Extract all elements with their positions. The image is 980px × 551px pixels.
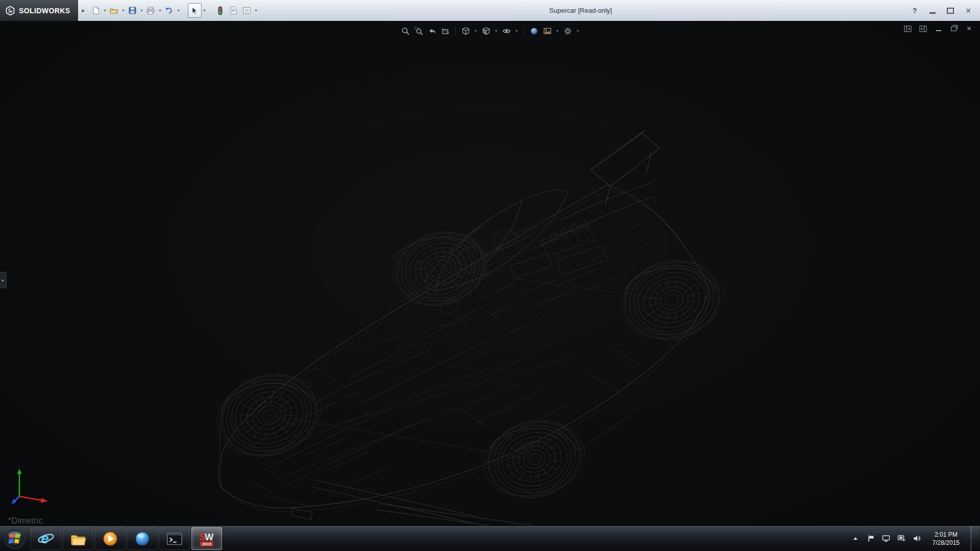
blue-circle-app-icon bbox=[134, 530, 151, 547]
save-icon bbox=[128, 6, 137, 15]
undo-icon bbox=[164, 6, 174, 15]
hud-separator bbox=[524, 27, 524, 35]
document-minimize-button[interactable] bbox=[935, 25, 942, 32]
previous-view-button[interactable] bbox=[427, 26, 437, 36]
rebuild-traffic-light-icon bbox=[216, 6, 224, 15]
document-title: Supercar [Read-only] bbox=[258, 7, 903, 14]
options-dropdown[interactable]: ▾ bbox=[254, 4, 258, 17]
feature-manager-collapsed-handle[interactable]: ▸ bbox=[0, 272, 7, 288]
open-folder-icon bbox=[109, 6, 118, 15]
display-settings-tray-button[interactable] bbox=[882, 534, 891, 543]
taskbar-pinned-items: e bbox=[31, 527, 222, 550]
display-style-button[interactable] bbox=[481, 26, 492, 36]
start-button[interactable] bbox=[0, 526, 30, 551]
open-button[interactable] bbox=[108, 4, 120, 17]
zoom-to-fit-button[interactable] bbox=[400, 26, 411, 36]
open-dropdown[interactable]: ▾ bbox=[121, 4, 126, 17]
folder-icon bbox=[69, 530, 87, 547]
graphics-viewport[interactable]: ▾ ▾ ▾ bbox=[0, 21, 980, 526]
collapse-right-pane-button[interactable] bbox=[919, 25, 927, 32]
file-properties-button[interactable] bbox=[227, 4, 240, 17]
hide-show-items-dropdown[interactable]: ▾ bbox=[514, 26, 519, 36]
clock-date: 7/28/2015 bbox=[933, 539, 960, 547]
system-tray: 2:01 PM 7/28/2015 bbox=[851, 526, 980, 551]
media-player-icon bbox=[102, 530, 119, 547]
apply-scene-icon bbox=[543, 27, 552, 36]
display-style-cube-icon bbox=[481, 27, 491, 36]
close-button[interactable]: ✕ bbox=[964, 6, 972, 15]
taskbar-solidworks-button[interactable]: S W 2015 bbox=[191, 527, 222, 550]
show-desktop-button[interactable] bbox=[971, 526, 979, 551]
document-restore-icon bbox=[951, 27, 957, 31]
help-button[interactable]: ? bbox=[911, 6, 919, 15]
print-dropdown[interactable]: ▾ bbox=[158, 4, 162, 17]
save-dropdown[interactable]: ▾ bbox=[139, 4, 144, 17]
wireframe-car-model bbox=[0, 21, 980, 526]
view-settings-dropdown[interactable]: ▾ bbox=[576, 26, 580, 36]
view-orientation-button[interactable] bbox=[460, 26, 471, 36]
maximize-icon bbox=[947, 8, 954, 14]
rebuild-button[interactable] bbox=[214, 4, 227, 17]
document-minimize-icon bbox=[936, 30, 941, 31]
new-document-dropdown[interactable]: ▾ bbox=[103, 4, 107, 17]
section-view-icon bbox=[440, 27, 450, 36]
svg-text:W: W bbox=[205, 532, 213, 542]
taskbar-internet-explorer-button[interactable]: e bbox=[31, 527, 61, 550]
apply-scene-dropdown[interactable]: ▾ bbox=[555, 26, 560, 36]
new-document-button[interactable] bbox=[89, 4, 102, 17]
network-tray-button[interactable] bbox=[897, 534, 906, 543]
maximize-button[interactable] bbox=[946, 6, 954, 15]
undo-dropdown[interactable]: ▾ bbox=[176, 4, 181, 17]
taskbar: e bbox=[0, 525, 980, 551]
select-cursor-icon bbox=[190, 7, 199, 15]
volume-tray-button[interactable] bbox=[913, 534, 921, 543]
view-settings-button[interactable] bbox=[562, 26, 573, 36]
document-close-button[interactable]: ✕ bbox=[965, 25, 973, 32]
apply-scene-button[interactable] bbox=[542, 26, 553, 36]
undo-button[interactable] bbox=[163, 4, 176, 17]
taskbar-media-player-button[interactable] bbox=[95, 527, 126, 550]
hud-separator bbox=[455, 27, 456, 35]
speaker-icon bbox=[913, 535, 921, 542]
save-button[interactable] bbox=[126, 4, 139, 17]
solidworks-hexagon-icon bbox=[5, 6, 15, 16]
show-hidden-icons-button[interactable] bbox=[851, 534, 860, 543]
edit-appearance-button[interactable] bbox=[529, 26, 540, 36]
zoom-to-fit-icon bbox=[401, 27, 410, 36]
internet-explorer-icon: e bbox=[37, 530, 55, 547]
taskbar-clock[interactable]: 2:01 PM 7/28/2015 bbox=[928, 531, 964, 547]
view-orientation-label: *Dimetric bbox=[8, 516, 43, 525]
options-button[interactable] bbox=[240, 4, 253, 17]
view-settings-gear-icon bbox=[563, 27, 572, 36]
clock-time: 2:01 PM bbox=[933, 531, 960, 539]
hide-show-items-button[interactable] bbox=[501, 26, 512, 36]
minimize-button[interactable] bbox=[928, 6, 937, 15]
document-restore-button[interactable] bbox=[950, 25, 958, 32]
taskbar-command-prompt-button[interactable] bbox=[159, 527, 190, 550]
new-document-icon bbox=[91, 6, 100, 15]
previous-view-icon bbox=[427, 27, 436, 36]
command-prompt-icon bbox=[166, 530, 183, 547]
display-style-dropdown[interactable]: ▾ bbox=[494, 26, 499, 36]
taskbar-file-explorer-button[interactable] bbox=[63, 527, 93, 550]
network-icon bbox=[897, 535, 905, 542]
app-titlebar: SOLIDWORKS ▸ ▾ ▾ bbox=[0, 0, 980, 21]
options-list-icon bbox=[242, 6, 251, 15]
menu-expand-arrow[interactable]: ▸ bbox=[82, 7, 85, 14]
screen: SOLIDWORKS ▸ ▾ ▾ bbox=[0, 0, 980, 551]
minimize-icon bbox=[929, 12, 936, 14]
section-view-button[interactable] bbox=[440, 26, 451, 36]
select-tool-dropdown[interactable]: ▾ bbox=[202, 4, 207, 17]
select-tool-button[interactable] bbox=[188, 3, 202, 18]
flag-icon bbox=[867, 535, 875, 542]
action-center-button[interactable] bbox=[867, 534, 875, 543]
display-icon bbox=[882, 535, 890, 542]
zoom-to-area-button[interactable] bbox=[413, 26, 424, 36]
file-properties-icon bbox=[229, 6, 238, 15]
print-button[interactable] bbox=[144, 4, 157, 17]
reference-triad bbox=[11, 465, 60, 508]
collapse-left-pane-button[interactable] bbox=[904, 25, 912, 32]
solidworks-logo: SOLIDWORKS bbox=[0, 0, 78, 21]
taskbar-blue-circle-app-button[interactable] bbox=[127, 527, 158, 550]
view-orientation-dropdown[interactable]: ▾ bbox=[474, 26, 478, 36]
